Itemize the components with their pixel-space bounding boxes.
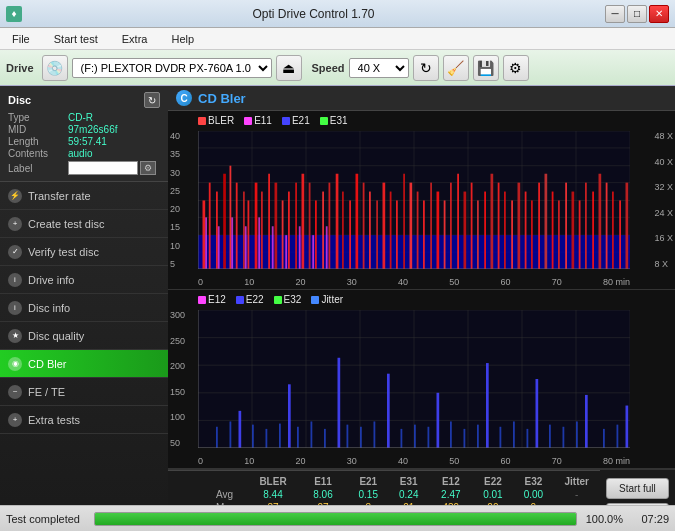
- avg-e12: 2.47: [429, 488, 473, 501]
- x2-label-10: 10: [244, 456, 254, 466]
- svg-rect-128: [360, 427, 362, 448]
- main-layout: Disc ↻ Type CD-R MID 97m26s66f Length 59…: [0, 86, 675, 531]
- settings-button[interactable]: ⚙: [503, 55, 529, 81]
- sidebar-item-extra-tests[interactable]: + Extra tests: [0, 406, 168, 434]
- svg-rect-23: [230, 166, 232, 269]
- eject-button[interactable]: ⏏: [276, 55, 302, 81]
- svg-rect-83: [205, 217, 207, 269]
- toolbar: Drive 💿 (F:) PLEXTOR DVDR PX-760A 1.07 ⏏…: [0, 50, 675, 86]
- menu-help[interactable]: Help: [163, 31, 202, 47]
- content-area: C CD Bler BLER E11: [168, 86, 675, 531]
- col-header-e22: E22: [473, 475, 513, 488]
- menu-file[interactable]: File: [4, 31, 38, 47]
- save-button[interactable]: 💾: [473, 55, 499, 81]
- menu-extra[interactable]: Extra: [114, 31, 156, 47]
- svg-rect-76: [585, 183, 587, 269]
- avg-bler: 8.44: [248, 488, 298, 501]
- x-label-10: 10: [244, 277, 254, 287]
- svg-rect-68: [531, 200, 533, 269]
- sidebar-item-create-test-disc[interactable]: + Create test disc: [0, 210, 168, 238]
- y-label-30: 30: [170, 168, 180, 178]
- svg-rect-36: [315, 200, 317, 269]
- svg-rect-124: [297, 427, 299, 448]
- x-label-50: 50: [449, 277, 459, 287]
- legend-e21: E21: [282, 115, 310, 126]
- legend-jitter-color: [311, 296, 319, 304]
- x-label-80min: 80 min: [603, 277, 630, 287]
- drive-info-icon: i: [8, 273, 22, 287]
- svg-rect-43: [363, 183, 365, 269]
- bottom-status-bar: Test completed 100.0% 07:29: [0, 505, 675, 531]
- y-label-25: 25: [170, 186, 180, 196]
- svg-rect-48: [396, 200, 398, 269]
- close-button[interactable]: ✕: [649, 5, 669, 23]
- legend-e11: E11: [244, 115, 272, 126]
- x-label-20: 20: [295, 277, 305, 287]
- drive-select[interactable]: (F:) PLEXTOR DVDR PX-760A 1.07: [72, 58, 272, 78]
- legend-e12: E12: [198, 294, 226, 305]
- minimize-button[interactable]: ─: [605, 5, 625, 23]
- svg-rect-49: [403, 174, 405, 269]
- clear-button[interactable]: 🧹: [443, 55, 469, 81]
- col-header-e12: E12: [429, 475, 473, 488]
- chart-icon: C: [176, 90, 192, 106]
- svg-rect-136: [500, 427, 502, 448]
- disc-label-input[interactable]: [68, 161, 138, 175]
- svg-rect-20: [209, 183, 211, 269]
- svg-rect-19: [203, 200, 206, 269]
- svg-rect-110: [239, 411, 242, 448]
- disc-mid-label: MID: [8, 124, 68, 135]
- sidebar-item-disc-quality[interactable]: ★ Disc quality: [0, 322, 168, 350]
- x2-label-30: 30: [347, 456, 357, 466]
- transfer-rate-icon: ⚡: [8, 189, 22, 203]
- create-test-disc-icon: +: [8, 217, 22, 231]
- disc-refresh-button[interactable]: ↻: [144, 92, 160, 108]
- disc-label-label: Label: [8, 163, 68, 174]
- disc-length-value: 59:57.41: [68, 136, 107, 147]
- y2-label-100: 100: [170, 412, 185, 422]
- menu-start-test[interactable]: Start test: [46, 31, 106, 47]
- refresh-button[interactable]: ↻: [413, 55, 439, 81]
- svg-rect-112: [338, 358, 341, 448]
- svg-rect-31: [282, 200, 284, 269]
- x2-label-0: 0: [198, 456, 203, 466]
- sidebar-item-fe-te[interactable]: ~ FE / TE: [0, 378, 168, 406]
- progress-bar-fill: [95, 513, 576, 525]
- sidebar-item-cd-bler[interactable]: ◉ CD Bler: [0, 350, 168, 378]
- svg-rect-26: [248, 200, 250, 269]
- svg-rect-125: [311, 421, 313, 448]
- svg-rect-45: [376, 200, 378, 269]
- svg-rect-81: [619, 200, 621, 269]
- drive-icon-button[interactable]: 💿: [42, 55, 68, 81]
- svg-rect-74: [572, 192, 575, 269]
- sidebar-item-verify-test-disc[interactable]: ✓ Verify test disc: [0, 238, 168, 266]
- svg-rect-34: [302, 174, 305, 269]
- svg-rect-58: [464, 192, 467, 269]
- avg-e11: 8.06: [298, 488, 348, 501]
- svg-rect-28: [261, 192, 263, 269]
- svg-rect-133: [450, 421, 452, 448]
- y2-label-50: 50: [170, 438, 185, 448]
- sidebar-item-transfer-rate[interactable]: ⚡ Transfer rate: [0, 182, 168, 210]
- svg-rect-121: [252, 425, 254, 448]
- svg-rect-33: [295, 183, 297, 269]
- speed-select[interactable]: 40 X: [349, 58, 409, 78]
- sidebar-item-disc-info[interactable]: i Disc info: [0, 294, 168, 322]
- legend-bler-color: [198, 117, 206, 125]
- svg-rect-52: [423, 200, 425, 269]
- svg-rect-37: [322, 192, 324, 269]
- speed-16x: 16 X: [654, 233, 673, 243]
- start-full-button[interactable]: Start full: [606, 478, 669, 499]
- svg-rect-65: [511, 200, 513, 269]
- disc-label-gear-button[interactable]: ⚙: [140, 161, 156, 175]
- svg-rect-71: [552, 192, 554, 269]
- legend-e11-color: [244, 117, 252, 125]
- svg-rect-86: [245, 226, 247, 269]
- svg-rect-132: [428, 427, 430, 448]
- disc-title: Disc: [8, 94, 31, 106]
- disc-info-icon: i: [8, 301, 22, 315]
- chart-title: CD Bler: [198, 91, 246, 106]
- sidebar-item-drive-info[interactable]: i Drive info: [0, 266, 168, 294]
- restore-button[interactable]: □: [627, 5, 647, 23]
- svg-rect-117: [585, 395, 588, 448]
